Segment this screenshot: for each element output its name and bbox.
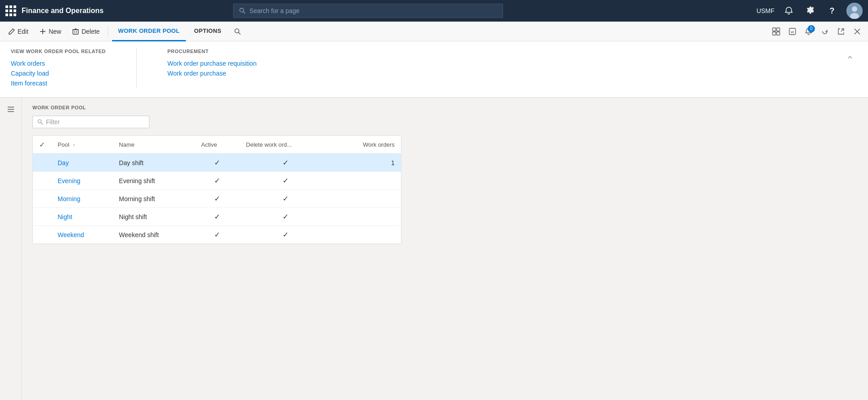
work-orders-link[interactable]: Work orders: [11, 60, 45, 67]
row-delete-work-ord: ✓: [240, 208, 332, 226]
search-icon: [239, 7, 246, 14]
row-work-orders: [331, 190, 401, 208]
list-item[interactable]: Item forecast: [11, 78, 106, 88]
row-work-orders: [331, 226, 401, 244]
row-active: ✓: [195, 172, 239, 190]
search-input[interactable]: [249, 7, 497, 14]
column-delete-work-ord[interactable]: Delete work ord...: [240, 136, 332, 154]
data-table: ✓ Pool ↑ Name Active Delete work ord... …: [32, 135, 401, 244]
row-name: Day shift: [112, 154, 195, 172]
row-active: ✓: [195, 208, 239, 226]
search-bar[interactable]: [233, 4, 503, 18]
delete-icon: [72, 28, 79, 35]
main-wrapper: WORK ORDER POOL ✓: [0, 98, 868, 400]
office-button[interactable]: W: [785, 24, 800, 39]
svg-rect-15: [777, 28, 780, 31]
row-check: [33, 208, 51, 226]
search-button-toolbar[interactable]: [229, 25, 246, 38]
purchase-link[interactable]: Work order purchase: [167, 70, 226, 77]
row-pool[interactable]: Morning: [51, 190, 112, 208]
row-delete-work-ord: ✓: [240, 190, 332, 208]
capacity-load-link[interactable]: Capacity load: [11, 70, 49, 77]
row-check: [33, 190, 51, 208]
row-pool[interactable]: Night: [51, 208, 112, 226]
help-button[interactable]: ?: [825, 4, 839, 18]
row-delete-work-ord: ✓: [240, 226, 332, 244]
row-pool[interactable]: Evening: [51, 172, 112, 190]
filter-input-wrap[interactable]: [32, 116, 149, 128]
table-row[interactable]: Morning Morning shift ✓ ✓: [33, 190, 401, 208]
plus-icon: [39, 28, 46, 35]
column-work-orders[interactable]: Work orders: [331, 136, 401, 154]
dropdown-menu: VIEW WORK ORDER POOL RELATED Work orders…: [0, 41, 868, 98]
delete-button[interactable]: Delete: [67, 25, 104, 38]
row-work-orders: 1: [331, 154, 401, 172]
row-work-orders: [331, 172, 401, 190]
svg-point-3: [852, 6, 857, 12]
dropdown-section-related: VIEW WORK ORDER POOL RELATED Work orders…: [11, 49, 106, 88]
column-name[interactable]: Name: [112, 136, 195, 154]
item-forecast-link[interactable]: Item forecast: [11, 80, 47, 87]
section-title: WORK ORDER POOL: [32, 105, 857, 110]
top-nav-right: USMF ?: [756, 3, 863, 19]
column-active[interactable]: Active: [195, 136, 239, 154]
new-button[interactable]: New: [35, 25, 66, 38]
page-section: WORK ORDER POOL ✓: [22, 98, 868, 400]
app-grid-icon[interactable]: [5, 5, 16, 16]
table-row[interactable]: Evening Evening shift ✓ ✓: [33, 172, 401, 190]
row-pool[interactable]: Day: [51, 154, 112, 172]
filter-search-icon: [37, 119, 43, 125]
table-row[interactable]: Day Day shift ✓ ✓ 1: [33, 154, 401, 172]
list-item[interactable]: Work orders: [11, 58, 106, 68]
filter-input[interactable]: [46, 118, 144, 126]
svg-line-13: [238, 32, 240, 34]
sidebar-left: [0, 98, 22, 400]
tab-options[interactable]: OPTIONS: [188, 22, 228, 41]
delete-label: Delete: [81, 28, 99, 35]
list-item[interactable]: Work order purchase: [167, 68, 256, 78]
settings-button[interactable]: [803, 4, 818, 18]
list-item[interactable]: Work order purchase requisition: [167, 58, 256, 68]
row-active: ✓: [195, 226, 239, 244]
row-check: [33, 226, 51, 244]
edit-icon: [8, 28, 15, 35]
open-new-button[interactable]: [834, 24, 848, 39]
svg-rect-16: [773, 32, 776, 35]
refresh-button[interactable]: [818, 24, 832, 39]
section-procurement-title: PROCUREMENT: [167, 49, 256, 54]
row-name: Night shift: [112, 208, 195, 226]
section-related-list: Work orders Capacity load Item forecast: [11, 58, 106, 88]
collapse-dropdown-button[interactable]: [843, 50, 857, 65]
tab-work-order-pool[interactable]: WORK ORDER POOL: [112, 22, 186, 41]
svg-line-20: [841, 29, 844, 31]
new-label: New: [49, 28, 61, 35]
edit-button[interactable]: Edit: [4, 25, 33, 38]
user-avatar[interactable]: [846, 3, 863, 19]
row-delete-work-ord: ✓: [240, 154, 332, 172]
purchase-requisition-link[interactable]: Work order purchase requisition: [167, 60, 256, 67]
company-selector[interactable]: USMF: [756, 7, 774, 14]
close-button[interactable]: [850, 24, 864, 39]
column-pool[interactable]: Pool ↑: [51, 136, 112, 154]
svg-rect-17: [777, 32, 780, 35]
row-active: ✓: [195, 190, 239, 208]
table-row[interactable]: Night Night shift ✓ ✓: [33, 208, 401, 226]
notifications-button[interactable]: [782, 4, 796, 18]
content-area: WORK ORDER POOL ✓: [22, 98, 868, 400]
row-check: [33, 154, 51, 172]
toolbar-divider: [108, 26, 108, 37]
notifications-bar-button[interactable]: 0: [801, 24, 816, 39]
edit-label: Edit: [18, 28, 28, 35]
personalize-button[interactable]: [769, 24, 783, 39]
row-name: Weekend shift: [112, 226, 195, 244]
svg-text:W: W: [791, 30, 794, 34]
table-row[interactable]: Weekend Weekend shift ✓ ✓: [33, 226, 401, 244]
row-name: Morning shift: [112, 190, 195, 208]
notification-badge: 0: [808, 25, 815, 32]
list-item[interactable]: Capacity load: [11, 68, 106, 78]
toolbar: Edit New Delete WORK ORDER POOL OPTIONS: [0, 22, 868, 41]
row-pool[interactable]: Weekend: [51, 226, 112, 244]
svg-line-31: [41, 122, 43, 124]
svg-line-1: [243, 12, 245, 13]
menu-icon[interactable]: [3, 101, 19, 117]
